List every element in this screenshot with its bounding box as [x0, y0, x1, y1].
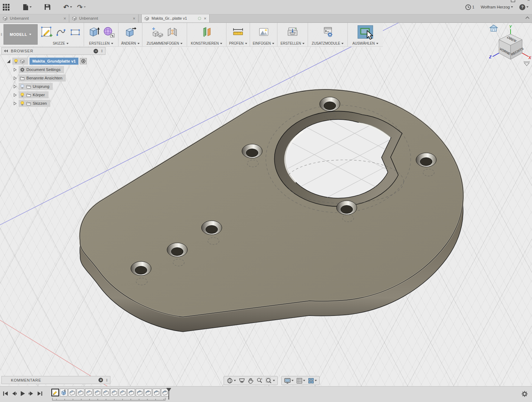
expand-circle-icon[interactable]: + [98, 378, 103, 382]
document-tab-active[interactable]: Makita_Gr...platte v1 × [141, 14, 210, 22]
timeline-feature-chamfer-4[interactable] [94, 389, 101, 396]
expander-closed-icon[interactable] [13, 76, 17, 80]
collapse-ribbon-chevron-icon[interactable] [525, 16, 530, 19]
collapse-circle-icon[interactable]: − [94, 49, 98, 53]
tree-item-sketches[interactable]: Skizzen [13, 100, 105, 107]
group-label[interactable]: EINFÜGEN [253, 41, 271, 45]
save-button[interactable] [44, 4, 51, 10]
3d-viewport[interactable]: Y OBEN VORNE RECHTS Z X BROWSER − ‖ [0, 22, 532, 402]
undo-button[interactable]: ↶ [63, 4, 72, 11]
visibility-bulb-icon[interactable] [20, 101, 25, 106]
browser-header[interactable]: BROWSER − ‖ [1, 47, 105, 55]
group-label[interactable]: ERSTELLEN [89, 41, 109, 45]
viewcube[interactable]: Y OBEN VORNE RECHTS Z X [489, 23, 532, 67]
panel-drag-handle[interactable]: ‖ [101, 49, 103, 53]
fit-button[interactable] [264, 376, 276, 385]
tab-close-icon[interactable]: × [63, 16, 66, 21]
expander-closed-icon[interactable] [13, 101, 17, 106]
expander-closed-icon[interactable] [13, 84, 17, 89]
timeline-feature-chamfer-3[interactable] [85, 389, 93, 396]
group-label[interactable]: ERSTELLEN [281, 41, 301, 45]
job-status-button[interactable]: 1 [465, 4, 474, 10]
rectangle-button[interactable] [69, 26, 81, 38]
grid-settings-button[interactable] [295, 376, 306, 385]
group-label[interactable]: ÄNDERN [121, 41, 136, 45]
construction-plane-button[interactable] [201, 26, 213, 38]
spline-button[interactable] [55, 26, 66, 38]
timeline-feature-fillet-2[interactable] [136, 389, 143, 396]
3d-print-button[interactable] [287, 26, 299, 38]
document-tab-2[interactable]: Unbenannt × [69, 14, 139, 22]
group-label[interactable]: PRÜFEN [229, 41, 243, 45]
viewports-button[interactable] [307, 376, 318, 385]
timeline-settings-button[interactable] [521, 391, 528, 398]
tab-close-icon[interactable]: × [133, 16, 135, 21]
file-menu-button[interactable] [23, 4, 32, 11]
expander-closed-icon[interactable] [13, 67, 17, 72]
step-back-button[interactable] [12, 391, 17, 396]
create-sketch-button[interactable] [40, 26, 52, 38]
measure-button[interactable] [232, 26, 244, 38]
timeline-position-marker[interactable] [166, 388, 172, 401]
timeline-feature-chamfer-5[interactable] [102, 389, 110, 396]
scripts-addins-button[interactable] [322, 26, 334, 38]
toolbar-drag-handle[interactable]: ‖ [0, 22, 3, 46]
expander-closed-icon[interactable] [13, 93, 17, 97]
group-label[interactable]: AUSWÄHLEN [352, 41, 374, 45]
timeline-feature-chamfer-2[interactable] [77, 389, 84, 396]
document-tab-1[interactable]: Unbenannt × [0, 14, 69, 22]
tree-item-origin[interactable]: Ursprung [13, 83, 105, 90]
viewcube-home-icon[interactable] [490, 25, 498, 31]
tree-item-document-settings[interactable]: Document Settings [13, 66, 105, 73]
press-pull-button[interactable] [124, 26, 136, 38]
tree-root-row[interactable]: Makita_Grundplatte v1 [6, 58, 105, 65]
comments-panel[interactable]: KOMMENTARE + ‖ [1, 376, 110, 384]
visibility-bulb-icon[interactable] [14, 59, 18, 64]
timeline-feature-fillet-1[interactable] [127, 389, 135, 396]
user-account-button[interactable]: Wolfram Herzog [481, 5, 513, 9]
timeline-feature-chamfer-1[interactable] [68, 389, 76, 396]
new-component-button[interactable] [151, 26, 164, 38]
redo-button[interactable]: ↷ [77, 4, 86, 11]
tree-item-bodies[interactable]: Körper [13, 91, 105, 98]
tree-item-named-views[interactable]: Benannte Ansichten [13, 74, 105, 82]
group-label[interactable]: ZUSAMMENFÜGEN [147, 41, 179, 45]
root-component-label[interactable]: Makita_Grundplatte v1 [30, 58, 78, 65]
timeline-feature-fillet-3[interactable] [144, 389, 152, 396]
collapse-left-icon[interactable] [4, 49, 8, 53]
workspace-selector[interactable]: MODELL [4, 24, 38, 45]
panel-drag-handle[interactable]: ‖ [106, 378, 108, 382]
go-to-start-button[interactable] [3, 391, 8, 396]
insert-image-button[interactable] [258, 26, 270, 38]
group-label[interactable]: SKIZZE [53, 41, 65, 45]
base-plate-model[interactable] [80, 90, 463, 332]
go-to-end-button[interactable] [37, 391, 43, 396]
look-at-button[interactable] [238, 376, 246, 385]
visibility-bulb-off-icon[interactable] [20, 84, 25, 89]
timeline-feature-sketch[interactable] [51, 389, 59, 396]
timeline-feature-chamfer-6[interactable] [110, 389, 118, 396]
play-button[interactable] [20, 391, 25, 396]
help-button[interactable]: ? [519, 4, 528, 10]
timeline-feature-extrude[interactable] [60, 389, 68, 396]
tab-close-icon[interactable]: × [204, 16, 206, 21]
zoom-button[interactable]: ± [255, 376, 264, 385]
visibility-bulb-icon[interactable] [20, 93, 25, 97]
window-close-icon[interactable]: × [527, 0, 530, 2]
viewcube-menu-icon[interactable] [524, 62, 530, 66]
group-label[interactable]: KONSTRUIEREN [191, 41, 219, 45]
joint-button[interactable] [166, 26, 178, 38]
expander-open-icon[interactable] [6, 59, 11, 64]
group-label[interactable]: ZUSATZMODULE [312, 41, 340, 45]
timeline-feature-fillet-4[interactable] [153, 389, 160, 396]
pan-button[interactable] [247, 376, 255, 385]
app-menu-button[interactable] [3, 4, 9, 11]
orbit-button[interactable] [225, 376, 237, 385]
activate-component-radio[interactable] [80, 58, 87, 64]
display-settings-button[interactable] [283, 376, 295, 385]
step-forward-button[interactable] [28, 391, 34, 396]
create-form-button[interactable] [103, 26, 115, 38]
window-restore-icon[interactable] [511, 0, 515, 2]
timeline-feature-chamfer-7[interactable] [119, 389, 127, 396]
extrude-button[interactable] [88, 26, 100, 38]
